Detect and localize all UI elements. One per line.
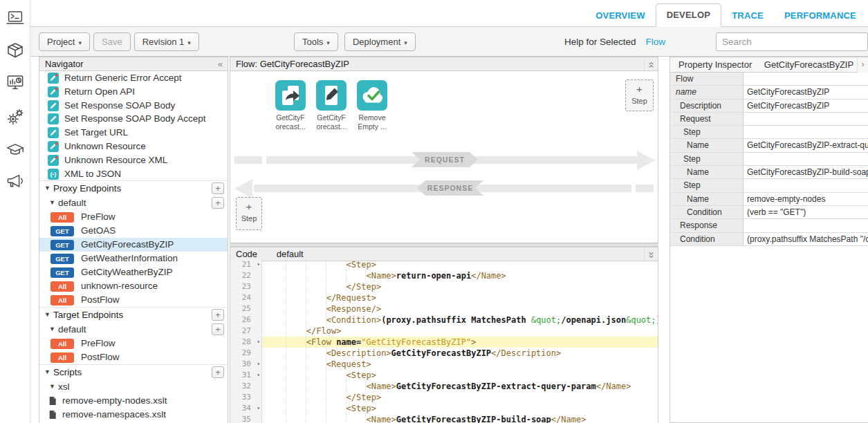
add-scripts-button[interactable]: +	[212, 366, 224, 378]
tab-overview[interactable]: OVERVIEW	[585, 5, 655, 27]
add-proxy-default-button[interactable]: +	[212, 197, 224, 209]
policy-item[interactable]: Set Response SOAP Body	[39, 99, 228, 113]
policy-item[interactable]: Unknown Resource XML	[39, 153, 228, 167]
endpoint-getcityforecastbyzip[interactable]: GETGetCityForecastByZIP	[39, 238, 228, 252]
flow-steps: GetCityForecast...GetCityForecast...Remo…	[273, 80, 389, 131]
property-value[interactable]	[744, 153, 868, 165]
learn-graduation-cap-icon[interactable]	[5, 140, 26, 160]
property-value[interactable]: (proxy.pathsuffix MatchesPath "/c	[744, 233, 868, 245]
script-file[interactable]: remove-empty-nodes.xslt	[39, 394, 228, 408]
policy-item[interactable]: Return Generic Error Accept	[39, 71, 228, 85]
admin-gears-icon[interactable]	[5, 106, 26, 127]
code-line-21[interactable]: 21▾ <Step>	[230, 259, 658, 270]
add-target-endpoints-button[interactable]: +	[212, 309, 224, 321]
policy-item[interactable]: Set Response SOAP Body Accept	[39, 112, 228, 126]
add-step-button[interactable]: + Step	[236, 197, 262, 230]
code-line-29[interactable]: 29 <Description>GetCityForecastByZIP</De…	[230, 348, 658, 359]
triangle-down-icon[interactable]: ▼	[49, 196, 55, 210]
script-file[interactable]: remove-namespaces.xslt	[39, 408, 228, 422]
code-line-31[interactable]: 31▾ <Step>	[230, 370, 658, 381]
endpoint-preflow[interactable]: AllPreFlow	[39, 210, 228, 224]
property-value[interactable]	[744, 113, 868, 125]
property-value[interactable]: GetCityForecastByZIP	[744, 100, 868, 112]
endpoint-preflow[interactable]: AllPreFlow	[39, 337, 228, 350]
endpoint-getoas[interactable]: GETGetOAS	[39, 224, 228, 238]
policy-item[interactable]: ()XML to JSON	[39, 167, 228, 181]
flow-step-extract-variables[interactable]: GetCityForecast...	[273, 80, 308, 131]
policy-item[interactable]: Return Open API	[39, 85, 228, 99]
terminal-laptop-icon[interactable]	[5, 8, 26, 29]
project-button[interactable]: Project▾	[39, 32, 90, 51]
property-value[interactable]	[744, 73, 868, 85]
endpoint-getcityweatherbyzip[interactable]: GETGetCityWeatherByZIP	[39, 265, 228, 279]
code-line-25[interactable]: 25 <Response/>	[230, 303, 658, 314]
api-proxy-box-icon[interactable]	[5, 41, 26, 62]
code-line-27[interactable]: 27 </Flow>	[230, 326, 658, 337]
property-value[interactable]: GetCityForecastByZIP	[744, 86, 868, 98]
endpoint-postflow[interactable]: AllPostFlow	[39, 293, 228, 307]
code-line-28[interactable]: 28▾ <Flow name="GetCityForecastByZIP">	[230, 337, 658, 348]
search-input[interactable]	[716, 32, 868, 51]
flow-step-assign-message[interactable]: GetCityForecast...	[314, 80, 349, 131]
flow-step-xsl-transform[interactable]: RemoveEmpty ...	[355, 80, 389, 131]
fold-toggle-icon[interactable]: ▾	[257, 359, 260, 370]
tab-performance[interactable]: PERFORMANCE	[774, 5, 867, 27]
revision-button[interactable]: Revision 1▾	[134, 32, 199, 51]
tab-trace[interactable]: TRACE	[721, 5, 774, 27]
policy-item[interactable]: Unknown Resource	[39, 140, 228, 153]
section-proxy-endpoints[interactable]: ▼Proxy Endpoints+	[39, 180, 228, 196]
code-line-35[interactable]: 35 <Name>GetCityForecastByZIP-build-soap…	[230, 414, 658, 423]
code-line-26[interactable]: 26 <Condition>(proxy.pathsuffix MatchesP…	[230, 314, 658, 326]
code-editor[interactable]: 21▾ <Step>22 <Name>return-open-api</Name…	[230, 259, 658, 423]
triangle-down-icon[interactable]: ▼	[44, 308, 50, 322]
method-badge: GET	[50, 254, 74, 264]
fold-toggle-icon[interactable]: ▾	[257, 337, 260, 348]
deployment-button[interactable]: Deployment▾	[344, 32, 416, 51]
endpoint-unknown-resource[interactable]: Allunknown-resource	[39, 279, 228, 293]
collapse-up-icon[interactable]	[644, 57, 658, 71]
group-proxy-default[interactable]: ▼default+	[39, 196, 228, 210]
property-value[interactable]	[744, 219, 868, 232]
policy-item[interactable]: Set Target URL	[39, 126, 228, 140]
property-value[interactable]: (verb == "GET")	[744, 206, 868, 218]
code-line-30[interactable]: 30▾ <Request>	[230, 359, 658, 370]
triangle-down-icon[interactable]: ▼	[44, 181, 50, 196]
property-value[interactable]: remove-empty-nodes	[744, 193, 868, 205]
group-xsl[interactable]: ▼xsl	[39, 379, 228, 394]
announcements-megaphone-icon[interactable]	[5, 171, 26, 192]
triangle-down-icon[interactable]: ▼	[49, 379, 55, 394]
save-button[interactable]: Save	[93, 32, 131, 51]
code-line-24[interactable]: 24 </Request>	[230, 292, 658, 303]
analytics-monitor-icon[interactable]	[5, 73, 26, 93]
fold-toggle-icon[interactable]: ▾	[257, 403, 260, 414]
property-value[interactable]	[744, 126, 868, 138]
property-value[interactable]: GetCityForecastByZIP-extract-query-param	[744, 139, 868, 151]
triangle-down-icon[interactable]: ▼	[49, 322, 55, 337]
add-target-default-button[interactable]: +	[212, 323, 224, 335]
add-step-button[interactable]: + Step	[625, 79, 654, 111]
token-txt: GetCityForecastByZIP	[391, 348, 492, 358]
fold-toggle-icon[interactable]: ▾	[257, 259, 260, 270]
code-line-34[interactable]: 34▾ <Step>	[230, 403, 658, 414]
section-target-endpoints[interactable]: ▼Target Endpoints+	[39, 307, 228, 322]
endpoint-getweatherinformation[interactable]: GETGetWeatherInformation	[39, 252, 228, 265]
group-target-default[interactable]: ▼default+	[39, 322, 228, 337]
property-value[interactable]	[744, 179, 868, 191]
endpoint-postflow[interactable]: AllPostFlow	[39, 350, 228, 364]
collapse-right-icon[interactable]: ›	[857, 57, 868, 73]
help-flow-link[interactable]: Flow	[645, 37, 665, 47]
code-line-22[interactable]: 22 <Name>return-open-api</Name>	[230, 270, 658, 281]
collapse-panel-icon[interactable]: «	[218, 57, 223, 70]
tools-button[interactable]: Tools▾	[294, 32, 338, 51]
code-line-33[interactable]: 33 </Step>	[230, 392, 658, 403]
tab-develop[interactable]: DEVELOP	[656, 3, 722, 27]
triangle-down-icon[interactable]: ▼	[44, 365, 50, 379]
code-tab-default[interactable]: default	[277, 249, 304, 259]
code-line-32[interactable]: 32 <Name>GetCityForecastByZIP-extract-qu…	[230, 381, 658, 392]
section-scripts[interactable]: ▼Scripts+	[39, 364, 228, 379]
fold-toggle-icon[interactable]: ▾	[257, 370, 260, 381]
property-value[interactable]: GetCityForecastByZIP-build-soap	[744, 166, 868, 178]
add-proxy-endpoints-button[interactable]: +	[212, 182, 224, 194]
code-line-23[interactable]: 23 </Step>	[230, 281, 658, 292]
indent-guide	[266, 414, 286, 423]
